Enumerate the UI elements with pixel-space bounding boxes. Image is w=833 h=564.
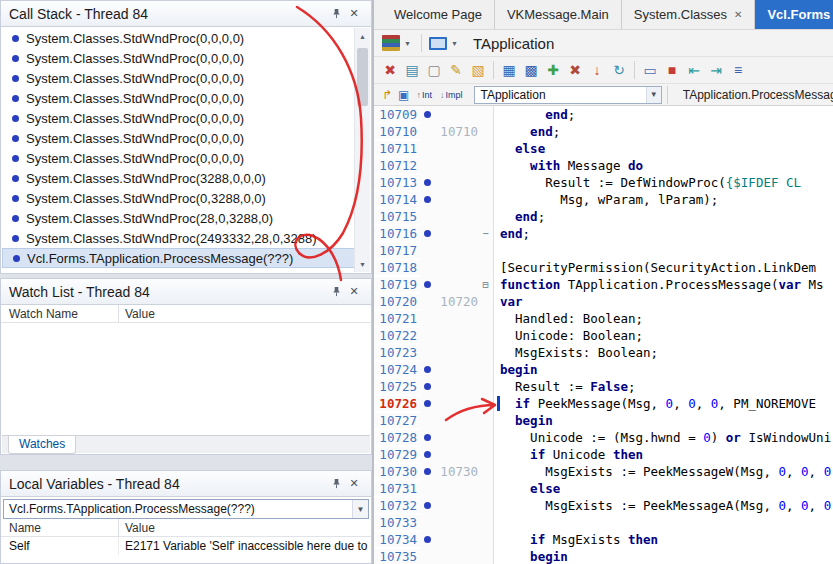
pin-icon[interactable] [327, 5, 345, 23]
call-stack-item[interactable]: System.Classes.StdWndProc(0,0,0,0) [2, 148, 370, 168]
line-number[interactable]: 10732 [374, 498, 420, 513]
implementation-jump-button[interactable]: ↓Impl [440, 90, 463, 100]
target-device-icon[interactable] [427, 33, 449, 53]
edit-page-icon[interactable]: ✎ [445, 60, 467, 80]
code-line[interactable]: 10728 Unicode := (Msg.hwnd = 0) or IsWin… [374, 429, 833, 446]
line-number[interactable]: 10734 [374, 532, 420, 547]
call-stack-item[interactable]: System.Classes.StdWndProc(0,0,0,0) [2, 28, 370, 48]
open-folder-icon[interactable]: ▧ [467, 60, 489, 80]
indent-left-icon[interactable]: ⇤ [683, 60, 705, 80]
code-line[interactable]: 10731 else [374, 480, 833, 497]
scope-dropdown[interactable]: Vcl.Forms.TApplication.ProcessMessage(??… [3, 499, 369, 519]
code-text[interactable]: if MsgExists then [494, 532, 658, 547]
line-number[interactable]: 10711 [374, 141, 420, 156]
code-line[interactable]: 10715 end; [374, 208, 833, 225]
code-line[interactable]: 10727 begin [374, 412, 833, 429]
call-stack-item[interactable]: System.Classes.StdWndProc(3288,0,0,0) [2, 168, 370, 188]
breakpoint-dot-icon[interactable] [424, 230, 431, 237]
stop-icon[interactable]: ■ [661, 60, 683, 80]
notebook-icon[interactable]: ▤ [401, 60, 423, 80]
code-text[interactable]: function TApplication.ProcessMessage(var… [494, 277, 824, 292]
call-stack-item[interactable]: System.Classes.StdWndProc(0,0,0,0) [2, 128, 370, 148]
close-icon[interactable]: ✕ [345, 475, 363, 493]
breakpoint-dot-icon[interactable] [424, 111, 431, 118]
code-line[interactable]: 10726 if PeekMessage(Msg, 0, 0, 0, PM_NO… [374, 395, 833, 412]
tab-watches[interactable]: Watches [8, 436, 76, 454]
code-line[interactable]: 1071010710 end; [374, 123, 833, 140]
code-text[interactable]: end; [494, 226, 530, 241]
save-all-icon[interactable]: ▩ [520, 60, 542, 80]
indent-right-icon[interactable]: ⇥ [705, 60, 727, 80]
code-text[interactable]: end; [494, 209, 545, 224]
line-number[interactable]: 10718 [374, 260, 420, 275]
code-text[interactable]: begin [494, 413, 553, 428]
code-text[interactable]: else [494, 141, 545, 156]
line-number[interactable]: 10725 [374, 379, 420, 394]
pin-icon[interactable] [327, 475, 345, 493]
code-text[interactable]: end; [494, 124, 560, 139]
code-text[interactable]: Result := False; [494, 379, 636, 394]
code-line[interactable]: 10733 [374, 514, 833, 531]
breakpoint-dot-icon[interactable] [424, 502, 431, 509]
scroll-down-icon[interactable]: ▼ [355, 256, 370, 272]
column-value[interactable]: Value [119, 519, 371, 536]
code-line[interactable]: 10709 end; [374, 106, 833, 123]
line-number[interactable]: 10724 [374, 362, 420, 377]
code-line[interactable]: 10722 Unicode: Boolean; [374, 327, 833, 344]
line-number[interactable]: 10723 [374, 345, 420, 360]
code-line[interactable]: 10729 if Unicode then [374, 446, 833, 463]
chevron-down-icon[interactable]: ▼ [352, 500, 368, 518]
list-icon[interactable]: ≡ [727, 60, 749, 80]
breakpoint-dot-icon[interactable] [424, 383, 431, 390]
code-text[interactable]: MsgExists := PeekMessageW(Msg, 0, 0, 0 [494, 464, 831, 479]
code-text[interactable]: else [494, 481, 560, 496]
call-stack-item[interactable]: System.Classes.StdWndProc(0,0,0,0) [2, 108, 370, 128]
breakpoint-dot-icon[interactable] [424, 400, 431, 407]
code-line[interactable]: 10734 if MsgExists then [374, 531, 833, 548]
close-icon[interactable]: ✕ [734, 9, 742, 20]
code-text[interactable]: Handled: Boolean; [494, 311, 643, 326]
close-icon[interactable]: ✕ [345, 283, 363, 301]
code-line[interactable]: 10719⊟function TApplication.ProcessMessa… [374, 276, 833, 293]
line-number[interactable]: 10713 [374, 175, 420, 190]
code-text[interactable]: Unicode := (Msg.hwnd = 0) or IsWindowUni [494, 430, 831, 445]
column-value[interactable]: Value [119, 305, 371, 322]
code-line[interactable]: 10735 begin [374, 548, 833, 564]
code-line[interactable]: 10712 with Message do [374, 157, 833, 174]
call-stack-scrollbar[interactable]: ▲ ▼ [354, 28, 370, 272]
line-number[interactable]: 10712 [374, 158, 420, 173]
breakpoint-dot-icon[interactable] [424, 281, 431, 288]
code-line[interactable]: 10721 Handled: Boolean; [374, 310, 833, 327]
editor-tab-vcl-forms[interactable]: Vcl.Forms▼ [755, 0, 833, 29]
call-stack-item[interactable]: Vcl.Forms.TApplication.ProcessMessage(??… [2, 248, 370, 268]
editor-tab-vkmessage-main[interactable]: VKMessage.Main [495, 0, 622, 29]
close-icon[interactable]: ✕ [345, 5, 363, 23]
code-line[interactable]: 10716−end; [374, 225, 833, 242]
line-number[interactable]: 10727 [374, 413, 420, 428]
line-number[interactable]: 10720 [374, 294, 420, 309]
code-line[interactable]: 10717 [374, 242, 833, 259]
remove-file-icon[interactable]: ✖ [564, 60, 586, 80]
chevron-down-icon[interactable]: ▼ [404, 40, 411, 47]
code-text[interactable]: [SecurityPermission(SecurityAction.LinkD… [494, 260, 816, 275]
editor-tab-welcome-page[interactable]: Welcome Page [382, 0, 495, 29]
code-text[interactable]: with Message do [494, 158, 643, 173]
code-line[interactable]: 1073010730 MsgExists := PeekMessageW(Msg… [374, 463, 833, 480]
code-text[interactable]: Msg, wParam, lParam); [494, 192, 718, 207]
code-text[interactable]: Unicode: Boolean; [494, 328, 643, 343]
watch-list-body[interactable] [2, 324, 370, 435]
call-stack-item[interactable]: System.Classes.StdWndProc(28,0,3288,0) [2, 208, 370, 228]
line-number[interactable]: 10716 [374, 226, 420, 241]
local-variable-row[interactable]: SelfE2171 Variable 'Self' inaccessible h… [1, 537, 371, 555]
code-line[interactable]: 10718[SecurityPermission(SecurityAction.… [374, 259, 833, 276]
save-icon[interactable]: ▦ [498, 60, 520, 80]
code-text[interactable]: MsgExists := PeekMessageA(Msg, 0, 0, 0 [494, 498, 831, 513]
editor-tab-system-classes[interactable]: System.Classes✕ [622, 0, 756, 29]
code-line[interactable]: 10711 else [374, 140, 833, 157]
code-line[interactable]: 10732 MsgExists := PeekMessageA(Msg, 0, … [374, 497, 833, 514]
code-line[interactable]: 10723 MsgExists: Boolean; [374, 344, 833, 361]
code-line[interactable]: 1072010720var [374, 293, 833, 310]
code-text[interactable]: begin [494, 549, 568, 564]
line-number[interactable]: 10710 [374, 124, 420, 139]
breakpoint-dot-icon[interactable] [424, 366, 431, 373]
